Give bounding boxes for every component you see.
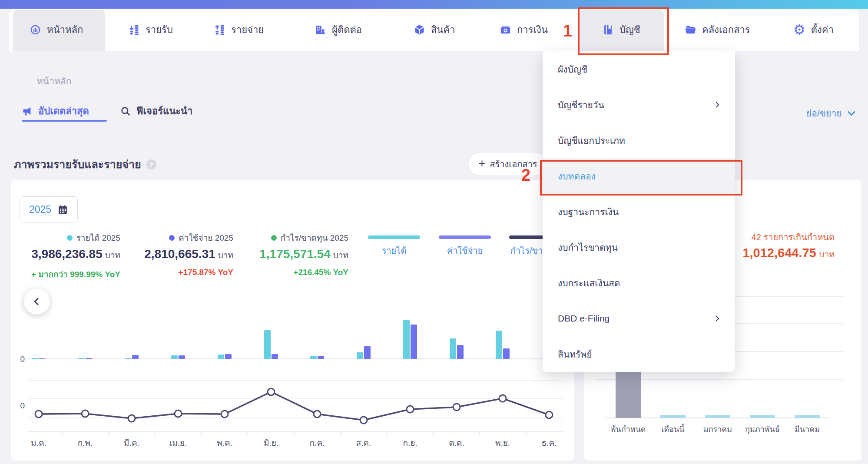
expense-bar <box>272 354 278 359</box>
nav-item-expense[interactable]: รายจ่าย <box>214 9 264 51</box>
section-title-row: ภาพรวมรายรับและรายจ่าย ? <box>14 156 156 173</box>
help-icon[interactable]: ? <box>146 159 156 169</box>
megaphone-icon <box>22 106 33 117</box>
nav-item-finance[interactable]: การเงิน <box>500 9 548 51</box>
income-icon <box>128 24 140 36</box>
menu-item-label: สินทรัพย์ <box>558 347 722 361</box>
year-value: 2025 <box>29 204 51 215</box>
legend-color-bar <box>439 235 491 239</box>
active-tab-underline <box>22 120 107 122</box>
documents-icon <box>685 24 696 36</box>
year-selector[interactable]: 2025 <box>20 196 78 222</box>
overdue-amount-unit: บาท <box>819 250 835 259</box>
legend-item-expense[interactable]: ค่าใช้จ่าย <box>439 235 491 258</box>
stat-label: ค่าใช้จ่าย 2025 <box>179 231 233 244</box>
nav-item-home[interactable]: หน้าหลัก <box>30 9 83 51</box>
menu-item-general-ledger[interactable]: บัญชีแยกประเภท <box>543 123 735 158</box>
finance-icon <box>500 24 511 36</box>
profit-point <box>314 411 321 418</box>
overdue-bar <box>750 415 775 418</box>
overdue-category-label: มกราคม <box>703 425 732 434</box>
menu-item-profit-loss[interactable]: งบกำไรขาดทุน <box>543 229 735 265</box>
nav-item-income[interactable]: รายรับ <box>128 9 173 51</box>
menu-item-label: DBD e-Filing <box>558 313 712 324</box>
menu-item-label: บัญชีแยกประเภท <box>558 133 722 148</box>
svg-text:0: 0 <box>20 401 25 410</box>
stat-value: 1,175,571.54 <box>259 247 331 261</box>
expense-bar <box>318 356 324 359</box>
menu-item-cash-flow[interactable]: งบกระแสเงินสด <box>543 265 735 301</box>
menu-item-label: งบฐานะการเงิน <box>558 205 722 219</box>
profit-line <box>39 392 549 420</box>
menu-item-trial-balance[interactable]: งบทดลอง <box>543 158 735 194</box>
profit-point <box>82 410 89 417</box>
profit-point <box>221 411 228 418</box>
income-bar <box>357 352 363 359</box>
nav-item-products[interactable]: สินค้า <box>414 9 455 51</box>
overdue-bar <box>705 415 730 418</box>
stat-expense: ค่าใช้จ่าย 20252,810,665.31บาท+175.87% Y… <box>137 231 233 277</box>
month-label: พ.ย. <box>495 438 510 447</box>
nav-item-label: บัญชี <box>620 22 640 37</box>
nav-item-contacts[interactable]: ผู้ติดต่อ <box>315 9 362 51</box>
overview-card: 00ม.ค.ก.พ.มี.ค.เม.ย.พ.ค.มิ.ย.ก.ค.ส.ค.ก.ย… <box>11 180 574 461</box>
month-label: ก.ค. <box>310 438 325 447</box>
menu-item-label: งบทดลอง <box>558 169 722 183</box>
menu-item-label: งบกำไรขาดทุน <box>558 240 722 255</box>
overdue-count-label: 42 รายการเกินกำหนด <box>752 230 835 244</box>
nav-item-settings[interactable]: ⚙ตั้งค่า <box>793 9 834 51</box>
overview-title: ภาพรวมรายรับและรายจ่าย <box>14 156 141 173</box>
nav-item-documents[interactable]: คลังเอกสาร <box>685 9 750 51</box>
profit-point <box>360 417 367 424</box>
stat-dot <box>67 235 73 241</box>
app-root: หน้าหลักรายรับรายจ่ายผู้ติดต่อสินค้าการเ… <box>0 0 868 464</box>
svg-text:0: 0 <box>20 355 25 364</box>
overdue-category-label: มีนาคม <box>795 425 820 434</box>
legend-color-bar <box>368 235 420 239</box>
profit-point <box>35 411 42 418</box>
expense-bar <box>364 346 371 359</box>
breadcrumb: หน้าหลัก <box>37 74 71 88</box>
stat-value: 2,810,665.31 <box>144 247 215 261</box>
top-gradient-bar <box>0 0 868 9</box>
expense-bar <box>179 355 185 359</box>
collapse-expand-toggle[interactable]: ย่อ/ขยาย <box>806 106 857 120</box>
month-label: ม.ค. <box>31 438 46 447</box>
stat-income: รายได้ 20253,986,236.85บาท+ มากกว่า 999.… <box>24 231 120 281</box>
menu-item-dbd-efiling[interactable]: DBD e-Filing <box>543 301 735 336</box>
tab-latest-updates-label: อัปเดตล่าสุด <box>38 103 89 119</box>
menu-item-financial-position[interactable]: งบฐานะการเงิน <box>543 194 735 229</box>
income-bar <box>171 355 178 359</box>
chevron-down-icon <box>846 108 857 119</box>
nav-item-label: รายรับ <box>146 22 173 37</box>
stat-unit: บาท <box>105 251 120 260</box>
nav-item-label: คลังเอกสาร <box>702 22 750 37</box>
create-document-button[interactable]: + สร้างเอกสาร <box>468 152 548 176</box>
annotation-number-2: 2 <box>521 166 530 185</box>
calendar-icon <box>57 204 68 215</box>
expense-bar <box>39 358 46 359</box>
accounting-dropdown-menu: ผังบัญชีบัญชีรายวันบัญชีแยกประเภทงบทดลอง… <box>543 51 735 372</box>
menu-item-chart-of-accounts[interactable]: ผังบัญชี <box>543 51 735 87</box>
income-bar <box>496 331 502 359</box>
tab-recommended-features[interactable]: ฟีเจอร์แนะนำ <box>120 103 192 119</box>
nav-item-accounting[interactable]: บัญชี <box>602 9 640 51</box>
tab-latest-updates[interactable]: อัปเดตล่าสุด <box>22 103 89 119</box>
expense-bar <box>225 354 232 359</box>
menu-item-label: งบกระแสเงินสด <box>558 276 722 290</box>
carousel-prev-button[interactable] <box>24 288 50 315</box>
menu-item-daily-journal[interactable]: บัญชีรายวัน <box>543 87 735 123</box>
overdue-category-label: กุมภาพันธ์ <box>745 425 780 434</box>
stat-value: 3,986,236.85 <box>31 247 103 261</box>
products-icon <box>414 24 425 36</box>
nav-item-label: รายจ่าย <box>231 22 264 37</box>
month-label: มิ.ย. <box>264 438 278 447</box>
month-label: ส.ค. <box>356 438 371 447</box>
menu-item-assets[interactable]: สินทรัพย์ <box>543 336 735 372</box>
stat-yoy: +175.87% YoY <box>137 268 233 277</box>
month-label: มี.ค. <box>124 438 139 447</box>
legend-item-income[interactable]: รายได้ <box>368 235 420 258</box>
overdue-amount: 1,012,644.75บาท <box>742 246 835 261</box>
income-bar <box>264 330 271 359</box>
chevron-right-icon <box>712 314 722 323</box>
